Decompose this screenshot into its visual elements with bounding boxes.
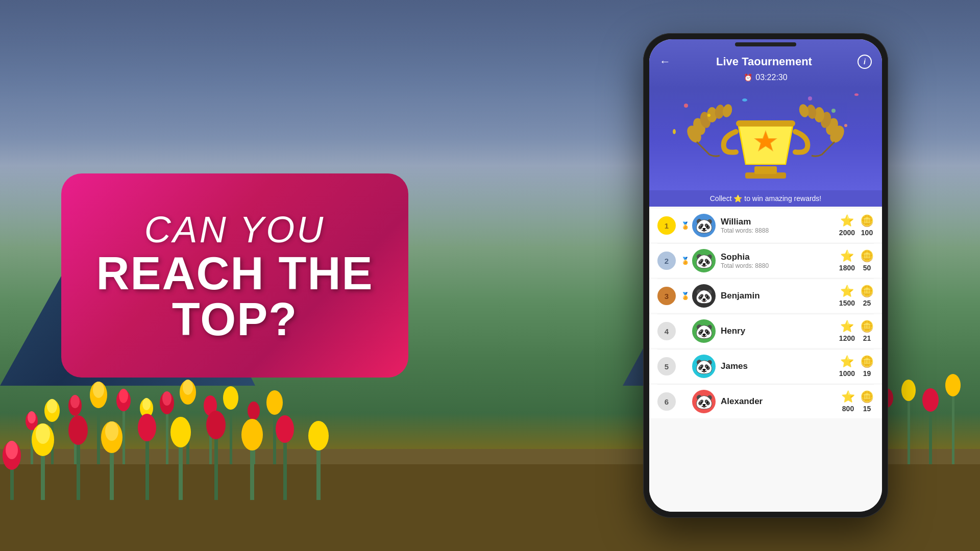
coins-icon-2: 🪙: [860, 249, 874, 263]
rank-badge-4: 4: [657, 322, 676, 340]
table-row: 4 🐼 Henry ⭐ 1200 🪙 21: [649, 314, 882, 348]
player-name-4: Henry: [721, 326, 834, 336]
svg-point-90: [798, 103, 810, 118]
avatar-6: 🐼: [692, 390, 716, 413]
svg-point-16: [119, 389, 128, 403]
svg-point-10: [70, 395, 80, 408]
player-info-3: Benjamin: [721, 291, 834, 301]
collect-banner: Collect ⭐ to win amazing rewards!: [649, 190, 882, 207]
svg-point-74: [241, 419, 263, 450]
rank-badge-6: 6: [657, 392, 676, 411]
avatar-1: 🐼: [692, 214, 716, 237]
coins-area-2: 🪙 50: [860, 249, 874, 272]
score-area-3: ⭐ 1500: [839, 285, 855, 307]
medal-1: 🏅: [681, 221, 687, 230]
coins-icon-5: 🪙: [860, 355, 874, 368]
svg-rect-93: [736, 120, 795, 127]
phone-screen: ← Live Taournement i ⏰ 03:22:30: [649, 39, 882, 512]
app-nav: ← Live Taournement i: [659, 55, 872, 69]
score-area-4: ⭐ 1200: [839, 320, 855, 342]
rank-badge-3: 3: [657, 287, 676, 305]
svg-point-68: [138, 414, 156, 441]
score-area-2: ⭐ 1800: [839, 249, 855, 272]
svg-point-76: [276, 415, 294, 443]
star-icon-4: ⭐: [840, 320, 854, 333]
svg-rect-28: [230, 400, 232, 464]
star-icon-2: ⭐: [840, 249, 854, 263]
player-coins-1: 100: [861, 229, 873, 237]
svg-point-63: [68, 415, 88, 445]
rank-badge-5: 5: [657, 357, 676, 375]
confetti: [673, 129, 676, 134]
confetti: [844, 124, 847, 127]
coins-icon-1: 🪙: [860, 214, 874, 228]
svg-point-33: [266, 390, 283, 415]
table-row: 3 🏅 🐼 Benjamin ⭐ 1500 🪙 25: [649, 279, 882, 313]
player-words-1: Total words: 8888: [721, 227, 834, 234]
player-name-6: Alexander: [721, 396, 836, 407]
coins-icon-6: 🪙: [860, 390, 874, 404]
star-icon-5: ⭐: [840, 355, 854, 368]
star-icon-6: ⭐: [841, 390, 855, 404]
avatar-2: 🐼: [692, 249, 716, 272]
svg-rect-14: [122, 403, 125, 464]
svg-point-84: [721, 103, 733, 118]
collect-text: Collect ⭐ to win amazing rewards!: [710, 194, 822, 203]
timer-row: ⏰ 03:22:30: [659, 73, 872, 82]
svg-point-70: [170, 417, 191, 447]
score-area-5: ⭐ 1000: [839, 355, 855, 378]
svg-point-78: [308, 421, 329, 450]
confetti: [854, 93, 859, 96]
table-row: 5 🐼 James ⭐ 1000 🪙 19: [649, 349, 882, 383]
player-name-2: Sophia: [721, 252, 834, 262]
svg-point-31: [248, 402, 260, 420]
avatar-4: 🐼: [692, 319, 716, 343]
promo-box: CAN YOU REACH THE TOP?: [61, 173, 408, 378]
svg-rect-20: [166, 406, 168, 464]
svg-point-72: [206, 411, 226, 439]
player-score-4: 1200: [839, 334, 855, 342]
player-coins-2: 50: [863, 264, 871, 272]
player-score-6: 800: [842, 405, 854, 413]
svg-point-29: [223, 386, 238, 410]
trophy-section: [649, 88, 882, 190]
player-info-1: William Total words: 8888: [721, 217, 834, 234]
star-icon-1: ⭐: [840, 214, 854, 228]
score-area-1: ⭐ 2000: [839, 214, 855, 237]
svg-point-7: [47, 399, 57, 413]
promo-line2: REACH THE: [96, 251, 373, 296]
back-button[interactable]: ←: [659, 55, 671, 68]
player-words-2: Total words: 8880: [721, 262, 834, 269]
info-button[interactable]: i: [857, 55, 872, 69]
table-row: 2 🏅 🐼 Sophia Total words: 8880 ⭐ 1800 🪙 …: [649, 244, 882, 278]
score-area-6: ⭐ 800: [841, 390, 855, 413]
avatar-3: 🐼: [692, 284, 716, 308]
player-coins-6: 15: [863, 405, 871, 413]
coins-area-5: 🪙 19: [860, 355, 874, 378]
rank-badge-2: 2: [657, 252, 676, 270]
app-header: ← Live Taournement i ⏰ 03:22:30: [649, 39, 882, 88]
svg-point-55: [945, 374, 961, 396]
svg-point-51: [901, 380, 916, 401]
promo-line3: TOP?: [172, 296, 298, 342]
svg-point-19: [142, 398, 151, 410]
player-info-4: Henry: [721, 326, 834, 336]
timer-value: 03:22:30: [755, 73, 787, 82]
medal-3: 🏅: [681, 292, 687, 300]
trophy-svg: [679, 93, 852, 185]
table-row: 6 🐼 Alexander ⭐ 800 🪙 15: [649, 385, 882, 418]
svg-point-22: [162, 391, 172, 406]
svg-rect-92: [754, 166, 777, 174]
coins-icon-3: 🪙: [860, 285, 874, 298]
player-info-2: Sophia Total words: 8880: [721, 252, 834, 269]
svg-point-4: [28, 411, 36, 423]
player-coins-3: 25: [863, 299, 871, 307]
player-score-3: 1500: [839, 299, 855, 307]
player-score-2: 1800: [839, 264, 855, 272]
phone-container: ← Live Taournement i ⏰ 03:22:30: [643, 33, 888, 518]
svg-rect-67: [145, 431, 149, 500]
rank-badge-1: 1: [657, 216, 676, 235]
table-row: 1 🏅 🐼 William Total words: 8888 ⭐ 2000 🪙…: [649, 209, 882, 242]
coins-area-1: 🪙 100: [860, 214, 874, 237]
phone-notch: [735, 42, 796, 46]
